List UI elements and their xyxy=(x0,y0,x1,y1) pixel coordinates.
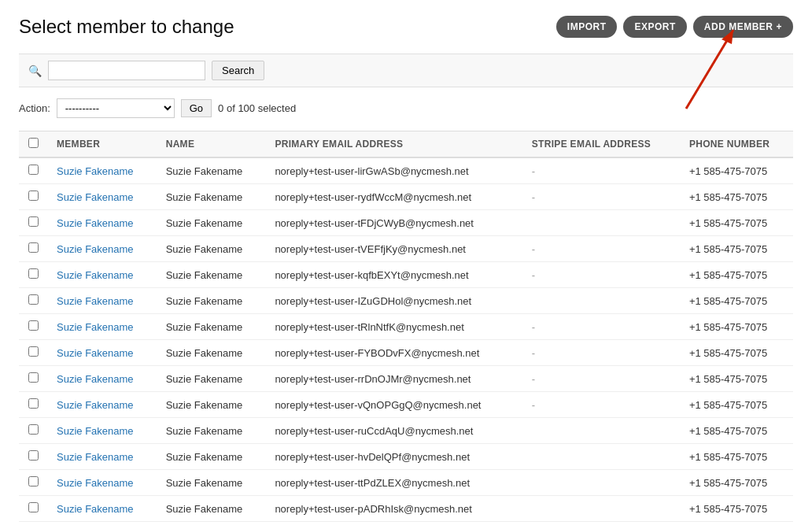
selected-count: 0 of 100 selected xyxy=(218,102,296,114)
table-row: Suzie FakenameSuzie Fakenamenoreply+test… xyxy=(19,210,793,236)
primary-email: noreply+test-user-rydfWccM@nycmesh.net xyxy=(265,184,522,210)
member-name: Suzie Fakename xyxy=(157,470,266,496)
select-all-checkbox[interactable] xyxy=(28,138,39,148)
member-link[interactable]: Suzie Fakename xyxy=(57,295,134,307)
member-link[interactable]: Suzie Fakename xyxy=(57,477,134,489)
search-button[interactable]: Search xyxy=(212,61,264,80)
primary-email: noreply+test-user-FYBODvFX@nycmesh.net xyxy=(265,340,522,366)
col-member: MEMBER xyxy=(47,131,157,158)
member-name: Suzie Fakename xyxy=(157,236,266,262)
member-link[interactable]: Suzie Fakename xyxy=(57,243,134,255)
stripe-email: - xyxy=(522,366,680,392)
phone-number: +1 585-475-7075 xyxy=(680,157,793,184)
phone-number: +1 585-475-7075 xyxy=(680,366,793,392)
stripe-email xyxy=(522,288,680,314)
member-name: Suzie Fakename xyxy=(157,340,266,366)
member-name: Suzie Fakename xyxy=(157,157,266,184)
action-select[interactable]: ---------- xyxy=(57,98,175,118)
member-link[interactable]: Suzie Fakename xyxy=(57,191,134,203)
phone-number: +1 585-475-7075 xyxy=(680,444,793,470)
page-container: Select member to change IMPORT EXPORT AD… xyxy=(0,0,812,529)
row-checkbox[interactable] xyxy=(28,372,39,383)
stripe-email: - xyxy=(522,157,680,184)
table-row: Suzie FakenameSuzie Fakenamenoreply+test… xyxy=(19,262,793,288)
member-link[interactable]: Suzie Fakename xyxy=(57,425,134,437)
table-row: Suzie FakenameSuzie Fakenamenoreply+test… xyxy=(19,157,793,184)
stripe-email xyxy=(522,496,680,522)
page-title: Select member to change xyxy=(19,16,234,38)
phone-number: +1 585-475-7075 xyxy=(680,262,793,288)
table-row: Suzie FakenameSuzie Fakenamenoreply+test… xyxy=(19,392,793,418)
members-table: MEMBER NAME PRIMARY EMAIL ADDRESS STRIPE… xyxy=(19,131,793,522)
row-checkbox[interactable] xyxy=(28,476,39,486)
row-checkbox[interactable] xyxy=(28,216,39,227)
primary-email: noreply+test-user-rrDnOJMr@nycmesh.net xyxy=(265,366,522,392)
member-link[interactable]: Suzie Fakename xyxy=(57,165,134,177)
row-checkbox[interactable] xyxy=(28,191,39,201)
table-row: Suzie FakenameSuzie Fakenamenoreply+test… xyxy=(19,496,793,522)
member-link[interactable]: Suzie Fakename xyxy=(57,399,134,411)
primary-email: noreply+test-user-kqfbEXYt@nycmesh.net xyxy=(265,262,522,288)
col-phone: PHONE NUMBER xyxy=(680,131,793,158)
stripe-email xyxy=(522,444,680,470)
row-checkbox[interactable] xyxy=(28,450,39,461)
search-icon: 🔍 xyxy=(28,65,42,77)
table-row: Suzie FakenameSuzie Fakenamenoreply+test… xyxy=(19,184,793,210)
row-checkbox[interactable] xyxy=(28,346,39,357)
primary-email: noreply+test-user-ruCcdAqU@nycmesh.net xyxy=(265,418,522,444)
table-row: Suzie FakenameSuzie Fakenamenoreply+test… xyxy=(19,444,793,470)
table-row: Suzie FakenameSuzie Fakenamenoreply+test… xyxy=(19,340,793,366)
primary-email: noreply+test-user-lirGwASb@nycmesh.net xyxy=(265,157,522,184)
phone-number: +1 585-475-7075 xyxy=(680,236,793,262)
col-primary-email: PRIMARY EMAIL ADDRESS xyxy=(265,131,522,158)
phone-number: +1 585-475-7075 xyxy=(680,470,793,496)
table-row: Suzie FakenameSuzie Fakenamenoreply+test… xyxy=(19,366,793,392)
member-name: Suzie Fakename xyxy=(157,444,266,470)
page-header: Select member to change IMPORT EXPORT AD… xyxy=(19,16,793,38)
member-name: Suzie Fakename xyxy=(157,288,266,314)
plus-icon: + xyxy=(776,21,782,32)
header-buttons: IMPORT EXPORT ADD MEMBER + xyxy=(556,16,793,38)
stripe-email: - xyxy=(522,262,680,288)
row-checkbox[interactable] xyxy=(28,242,39,253)
row-checkbox[interactable] xyxy=(28,320,39,331)
stripe-email xyxy=(522,470,680,496)
phone-number: +1 585-475-7075 xyxy=(680,496,793,522)
member-link[interactable]: Suzie Fakename xyxy=(57,269,134,281)
member-link[interactable]: Suzie Fakename xyxy=(57,321,134,333)
member-link[interactable]: Suzie Fakename xyxy=(57,503,134,515)
col-checkbox xyxy=(19,131,47,158)
phone-number: +1 585-475-7075 xyxy=(680,288,793,314)
member-link[interactable]: Suzie Fakename xyxy=(57,217,134,229)
row-checkbox[interactable] xyxy=(28,294,39,305)
import-button[interactable]: IMPORT xyxy=(556,16,618,38)
member-name: Suzie Fakename xyxy=(157,314,266,340)
primary-email: noreply+test-user-tVEFfjKy@nycmesh.net xyxy=(265,236,522,262)
table-row: Suzie FakenameSuzie Fakenamenoreply+test… xyxy=(19,314,793,340)
row-checkbox[interactable] xyxy=(28,424,39,435)
table-row: Suzie FakenameSuzie Fakenamenoreply+test… xyxy=(19,236,793,262)
table-header-row: MEMBER NAME PRIMARY EMAIL ADDRESS STRIPE… xyxy=(19,131,793,158)
member-name: Suzie Fakename xyxy=(157,210,266,236)
go-button[interactable]: Go xyxy=(181,99,212,117)
member-link[interactable]: Suzie Fakename xyxy=(57,451,134,463)
member-link[interactable]: Suzie Fakename xyxy=(57,347,134,359)
phone-number: +1 585-475-7075 xyxy=(680,340,793,366)
row-checkbox[interactable] xyxy=(28,502,39,512)
export-button[interactable]: EXPORT xyxy=(623,16,686,38)
primary-email: noreply+test-user-tFDjCWyB@nycmesh.net xyxy=(265,210,522,236)
primary-email: noreply+test-user-vQnOPGgQ@nycmesh.net xyxy=(265,392,522,418)
row-checkbox[interactable] xyxy=(28,398,39,409)
member-name: Suzie Fakename xyxy=(157,496,266,522)
row-checkbox[interactable] xyxy=(28,165,39,175)
phone-number: +1 585-475-7075 xyxy=(680,418,793,444)
member-link[interactable]: Suzie Fakename xyxy=(57,373,134,385)
add-member-button[interactable]: ADD MEMBER + xyxy=(693,16,793,38)
row-checkbox[interactable] xyxy=(28,268,39,279)
stripe-email xyxy=(522,418,680,444)
search-input[interactable] xyxy=(48,61,205,80)
phone-number: +1 585-475-7075 xyxy=(680,314,793,340)
stripe-email: - xyxy=(522,314,680,340)
member-name: Suzie Fakename xyxy=(157,184,266,210)
primary-email: noreply+test-user-hvDelQPf@nycmesh.net xyxy=(265,444,522,470)
